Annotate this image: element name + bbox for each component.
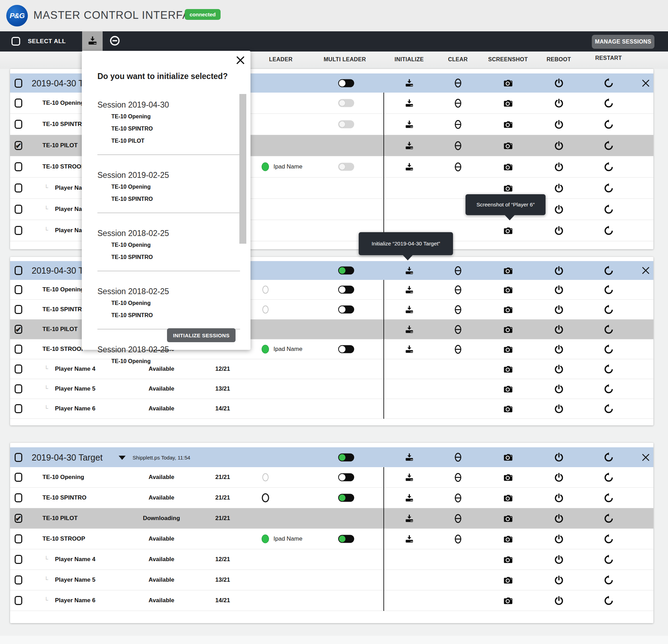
initialize-button[interactable] [403,139,416,152]
clear-button[interactable] [451,303,464,316]
screenshot-button[interactable] [501,283,515,296]
group-checkbox[interactable] [15,453,22,462]
screenshot-button[interactable] [501,181,515,195]
reboot-button[interactable] [552,573,565,587]
clear-button[interactable] [451,471,464,484]
restart-button[interactable] [602,512,615,525]
restart-button[interactable] [602,283,615,296]
row-checkbox[interactable] [15,575,22,584]
manage-sessions-button[interactable]: MANAGE SESSIONS [592,35,654,49]
initialize-button[interactable] [403,512,416,525]
toolbar-clear-button[interactable] [106,31,124,52]
reboot-button[interactable] [552,283,565,296]
row-checkbox[interactable]: ✔ [15,325,22,334]
reboot-button[interactable] [552,343,565,356]
reboot-button[interactable] [552,323,565,336]
restart-button[interactable] [602,77,615,90]
scrollbar-thumb[interactable] [239,94,246,244]
restart-button[interactable] [602,382,615,395]
restart-button[interactable] [602,532,615,545]
clear-button[interactable] [451,96,464,110]
initialize-sessions-button[interactable]: INITIALIZE SESSIONS [167,328,236,342]
restart-button[interactable] [602,203,615,216]
screenshot-button[interactable] [501,553,515,566]
clear-button[interactable] [451,491,464,504]
screenshot-button[interactable] [501,139,515,152]
leader-radio[interactable] [262,286,269,294]
reboot-button[interactable] [552,264,565,277]
reboot-button[interactable] [552,512,565,525]
row-checkbox[interactable] [15,305,22,314]
restart-button[interactable] [602,139,615,152]
row-checkbox[interactable] [15,162,22,171]
restart-button[interactable] [602,264,615,277]
row-checkbox[interactable] [15,183,22,193]
screenshot-button[interactable] [501,303,515,316]
reboot-button[interactable] [552,471,565,484]
multi-leader-toggle[interactable] [338,267,354,275]
screenshot-button[interactable] [501,224,515,237]
reboot-button[interactable] [552,594,565,607]
initialize-button[interactable] [403,532,416,545]
restart-button[interactable] [602,491,615,504]
initialize-button[interactable] [403,283,416,296]
multi-leader-toggle[interactable] [338,473,354,481]
screenshot-button[interactable] [501,118,515,131]
restart-button[interactable] [602,594,615,607]
row-checkbox[interactable]: ✔ [15,514,22,523]
restart-button[interactable] [602,451,615,464]
row-checkbox[interactable] [15,285,22,294]
row-checkbox[interactable] [15,345,22,354]
restart-button[interactable] [602,96,615,110]
toolbar-initialize-button[interactable] [82,31,103,52]
initialize-button[interactable] [403,118,416,131]
reboot-button[interactable] [552,382,565,395]
select-all-checkbox[interactable] [11,37,20,46]
initialize-button[interactable] [403,491,416,504]
initialize-button[interactable] [403,77,416,90]
initialize-button[interactable] [403,264,416,277]
row-checkbox[interactable]: ✔ [15,141,22,150]
reboot-button[interactable] [552,532,565,545]
row-checkbox[interactable] [15,596,22,605]
multi-leader-toggle[interactable] [338,345,354,353]
initialize-button[interactable] [403,323,416,336]
restart-button[interactable] [602,362,615,376]
restart-button[interactable] [602,402,615,415]
multi-leader-toggle[interactable] [338,120,354,128]
initialize-button[interactable] [403,96,416,110]
initialize-button[interactable] [403,471,416,484]
row-checkbox[interactable] [15,99,22,108]
row-checkbox[interactable] [15,384,22,393]
restart-button[interactable] [602,471,615,484]
clear-button[interactable] [451,512,464,525]
clear-button[interactable] [451,160,464,173]
screenshot-button[interactable] [501,96,515,110]
screenshot-button[interactable] [501,512,515,525]
row-checkbox[interactable] [15,120,22,129]
screenshot-button[interactable] [501,451,515,464]
row-checkbox[interactable] [15,205,22,214]
clear-button[interactable] [451,451,464,464]
chevron-down-icon[interactable] [119,456,126,460]
reboot-button[interactable] [552,491,565,504]
close-icon[interactable] [235,55,246,65]
reboot-button[interactable] [552,181,565,195]
row-checkbox[interactable] [15,404,22,413]
initialize-button[interactable] [403,451,416,464]
screenshot-button[interactable] [501,471,515,484]
reboot-button[interactable] [552,77,565,90]
row-checkbox[interactable] [15,534,22,543]
restart-button[interactable] [602,553,615,566]
clear-button[interactable] [451,264,464,277]
reboot-button[interactable] [552,96,565,110]
clear-button[interactable] [451,118,464,131]
screenshot-button[interactable] [501,573,515,587]
row-checkbox[interactable] [15,473,22,482]
reboot-button[interactable] [552,160,565,173]
screenshot-button[interactable] [501,594,515,607]
multi-leader-toggle[interactable] [338,79,354,87]
leader-radio[interactable] [262,306,269,314]
screenshot-button[interactable] [501,402,515,415]
reboot-button[interactable] [552,553,565,566]
